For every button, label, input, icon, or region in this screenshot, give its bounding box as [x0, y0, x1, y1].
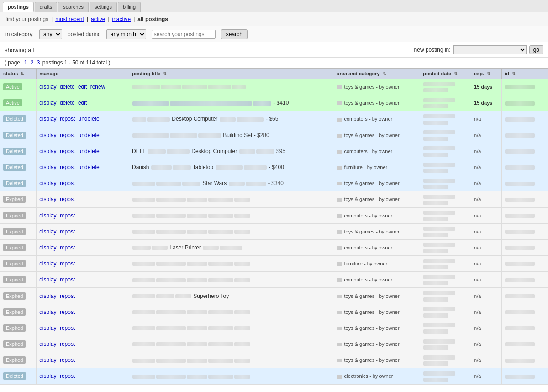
manage-repost[interactable]: repost: [60, 325, 75, 331]
manage-repost[interactable]: repost: [60, 164, 75, 170]
manage-display[interactable]: display: [39, 148, 56, 154]
filter-all-postings: all postings: [137, 16, 168, 22]
table-row: Deleted display repost electronics - by …: [0, 368, 548, 384]
manage-display[interactable]: display: [39, 132, 56, 138]
date-cell: [420, 223, 471, 239]
tab-drafts[interactable]: drafts: [35, 2, 58, 12]
exp-cell: n/a: [471, 143, 502, 159]
manage-display[interactable]: display: [39, 309, 56, 315]
manage-renew[interactable]: renew: [90, 84, 105, 90]
exp-cell: n/a: [471, 239, 502, 255]
table-row: Deleted display repost undelete Building…: [0, 127, 548, 143]
flag-icon: [337, 295, 342, 298]
area-cell: computers - by owner: [334, 272, 420, 288]
manage-display[interactable]: display: [39, 341, 56, 347]
status-cell: Deleted: [0, 111, 37, 127]
date-cell: [420, 352, 471, 368]
manage-display[interactable]: display: [39, 276, 56, 283]
status-cell: Expired: [0, 336, 37, 352]
header-posting-title[interactable]: posting title ⇅: [129, 69, 334, 79]
manage-repost[interactable]: repost: [60, 373, 75, 379]
header-status[interactable]: status ⇅: [0, 69, 37, 79]
manage-edit[interactable]: edit: [78, 100, 87, 106]
manage-undelete[interactable]: undelete: [79, 116, 100, 122]
flag-icon: [337, 150, 342, 154]
filter-most-recent[interactable]: most recent: [55, 16, 84, 22]
manage-cell: display repost undelete: [37, 159, 129, 175]
posted-during-select[interactable]: any month: [106, 29, 146, 39]
table-row: Expired display repost toys & games - by…: [0, 336, 548, 352]
manage-edit[interactable]: edit: [78, 84, 87, 90]
go-button[interactable]: go: [529, 45, 543, 54]
exp-cell: n/a: [471, 256, 502, 272]
manage-repost[interactable]: repost: [60, 212, 75, 219]
manage-display[interactable]: display: [39, 116, 56, 122]
header-area-category[interactable]: area and category ⇅: [334, 69, 420, 79]
search-button[interactable]: search: [221, 29, 248, 39]
status-cell: Deleted: [0, 159, 37, 175]
manage-display[interactable]: display: [39, 293, 56, 299]
category-select[interactable]: any: [39, 29, 62, 39]
tab-settings[interactable]: settings: [90, 2, 117, 12]
page-1-link[interactable]: 1: [24, 59, 27, 66]
manage-repost[interactable]: repost: [60, 341, 75, 347]
status-cell: Expired: [0, 223, 37, 239]
manage-display[interactable]: display: [39, 357, 56, 363]
manage-cell: display repost: [37, 191, 129, 207]
tab-billing[interactable]: billing: [118, 2, 141, 12]
date-cell: [420, 159, 471, 175]
id-cell: [502, 304, 548, 320]
date-cell: [420, 239, 471, 255]
manage-display[interactable]: display: [39, 244, 56, 251]
header-exp[interactable]: exp. ⇅: [471, 69, 502, 79]
manage-repost[interactable]: repost: [60, 293, 75, 299]
manage-repost[interactable]: repost: [60, 148, 75, 154]
posting-title-cell: Danish Tabletop - $400: [129, 159, 334, 175]
manage-repost[interactable]: repost: [60, 132, 75, 138]
area-cell: toys & games - by owner: [334, 127, 420, 143]
header-id[interactable]: id ⇅: [502, 69, 548, 79]
manage-undelete[interactable]: undelete: [79, 132, 100, 138]
manage-display[interactable]: display: [39, 164, 56, 170]
manage-display[interactable]: display: [39, 212, 56, 219]
exp-cell: n/a: [471, 159, 502, 175]
manage-undelete[interactable]: undelete: [79, 164, 100, 170]
manage-display[interactable]: display: [39, 228, 56, 235]
page-3-link[interactable]: 3: [37, 59, 40, 66]
manage-repost[interactable]: repost: [60, 116, 75, 122]
manage-delete[interactable]: delete: [60, 84, 75, 90]
manage-repost[interactable]: repost: [60, 309, 75, 315]
tab-postings[interactable]: postings: [3, 2, 34, 12]
manage-cell: display repost: [37, 336, 129, 352]
manage-display[interactable]: display: [39, 84, 56, 90]
tab-searches[interactable]: searches: [58, 2, 89, 12]
manage-display[interactable]: display: [39, 373, 56, 379]
new-posting-select[interactable]: [453, 45, 527, 54]
manage-cell: display repost: [37, 175, 129, 191]
manage-repost[interactable]: repost: [60, 228, 75, 235]
filter-inactive[interactable]: inactive: [112, 16, 131, 22]
manage-display[interactable]: display: [39, 100, 56, 106]
header-posted-date[interactable]: posted date ⇅: [420, 69, 471, 79]
manage-delete[interactable]: delete: [60, 100, 75, 106]
manage-repost[interactable]: repost: [60, 244, 75, 251]
manage-repost[interactable]: repost: [60, 276, 75, 283]
manage-repost[interactable]: repost: [60, 180, 75, 186]
manage-repost[interactable]: repost: [60, 260, 75, 267]
manage-repost[interactable]: repost: [60, 196, 75, 202]
manage-repost[interactable]: repost: [60, 357, 75, 363]
manage-display[interactable]: display: [39, 325, 56, 331]
posted-during-label: posted during: [68, 31, 101, 37]
manage-display[interactable]: display: [39, 196, 56, 202]
table-row: Deleted display repost undelete Danish T…: [0, 159, 548, 175]
manage-cell: display repost undelete: [37, 127, 129, 143]
manage-display[interactable]: display: [39, 260, 56, 267]
search-input[interactable]: [152, 30, 216, 39]
status-cell: Expired: [0, 239, 37, 255]
manage-undelete[interactable]: undelete: [79, 148, 100, 154]
manage-display[interactable]: display: [39, 180, 56, 186]
status-cell: Deleted: [0, 127, 37, 143]
page-info: ( page: 1 2 3 postings 1 - 50 of 114 tot…: [0, 58, 548, 68]
filter-active[interactable]: active: [91, 16, 105, 22]
page-2-link[interactable]: 2: [31, 59, 34, 66]
